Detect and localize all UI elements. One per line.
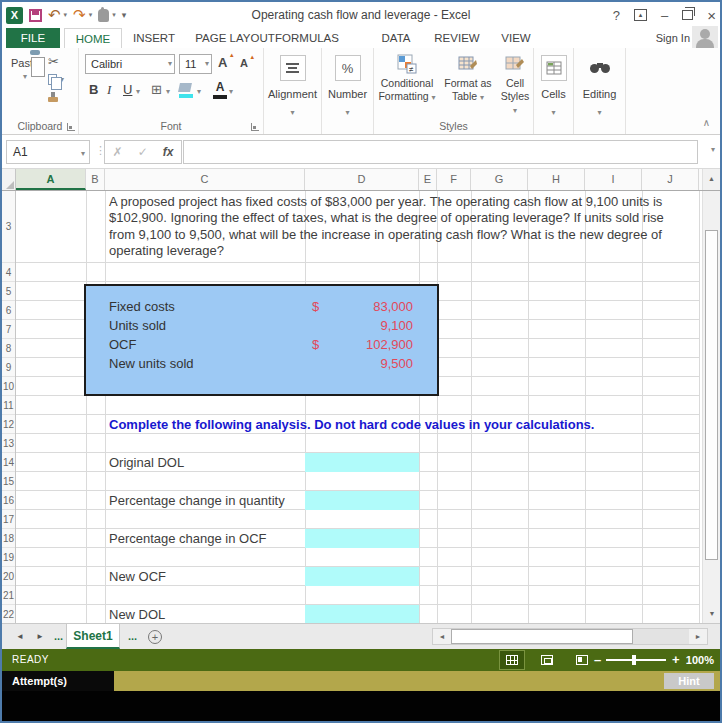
font-color-button[interactable]: A — [213, 81, 227, 99]
row-header[interactable]: 10 — [2, 377, 15, 396]
alignment-chevron-icon[interactable]: ▾ — [290, 108, 294, 117]
cells-chevron-icon[interactable]: ▾ — [551, 108, 555, 117]
row-header[interactable]: 21 — [2, 586, 15, 605]
next-sheet-icon[interactable]: ► — [36, 624, 44, 649]
row-header[interactable]: 5 — [2, 282, 15, 301]
italic-button[interactable]: I — [107, 82, 111, 98]
collapse-ribbon-icon[interactable]: ∧ — [703, 117, 710, 128]
help-button[interactable]: ? — [613, 9, 620, 22]
underline-chevron-icon[interactable]: ▾ — [136, 87, 140, 96]
zoom-slider-handle[interactable] — [632, 655, 636, 665]
normal-view-icon[interactable] — [499, 650, 525, 670]
paste-chevron-icon[interactable]: ▾ — [23, 72, 27, 81]
tab-view[interactable]: VIEW — [496, 28, 536, 48]
formula-input[interactable] — [183, 140, 698, 164]
horizontal-scrollbar[interactable]: ◄ ► — [432, 628, 708, 645]
input-cell-pct-change-ocf[interactable] — [305, 529, 419, 548]
insert-function-icon[interactable]: fx — [163, 145, 174, 159]
horizontal-scrollbar-thumb[interactable] — [451, 629, 633, 644]
tab-formulas[interactable]: FORMULAS — [270, 28, 344, 48]
copy-icon[interactable] — [48, 74, 57, 85]
scroll-up-icon[interactable]: ▲ — [702, 169, 720, 190]
paste-button[interactable]: Paste ▾ — [7, 53, 43, 117]
tab-file[interactable]: FILE — [6, 28, 60, 48]
row-header[interactable]: 13 — [2, 434, 15, 453]
scroll-left-icon[interactable]: ◄ — [433, 629, 451, 644]
cell-styles-button[interactable]: Cell Styles ▾ — [498, 54, 532, 117]
conditional-formatting-chevron-icon[interactable]: ▾ — [432, 93, 436, 102]
prev-sheet-icon[interactable]: ◄ — [16, 624, 24, 649]
input-cell-new-ocf[interactable] — [305, 567, 419, 586]
column-header-d[interactable]: D — [305, 169, 419, 190]
row-header[interactable]: 11 — [2, 396, 15, 415]
tab-home[interactable]: HOME — [64, 28, 122, 48]
row-header[interactable]: 20 — [2, 567, 15, 586]
column-header-f[interactable]: F — [437, 169, 471, 190]
column-header-b[interactable]: B — [86, 169, 105, 190]
font-dialog-launcher-icon[interactable] — [251, 123, 259, 131]
editing-chevron-icon[interactable]: ▾ — [597, 108, 601, 117]
row-header[interactable]: 8 — [2, 339, 15, 358]
input-cell-new-dol[interactable] — [305, 605, 419, 623]
add-sheet-icon[interactable]: + — [148, 630, 162, 644]
scroll-right-icon[interactable]: ► — [689, 629, 707, 644]
vertical-scrollbar[interactable]: ▼ — [702, 191, 720, 623]
restore-button[interactable] — [682, 10, 693, 20]
tab-insert[interactable]: INSERT — [129, 28, 179, 48]
font-name-combo[interactable]: Calibri▾ — [85, 54, 175, 74]
page-break-view-icon[interactable] — [569, 650, 595, 670]
column-header-c[interactable]: C — [105, 169, 305, 190]
row-header[interactable]: 16 — [2, 491, 15, 510]
vertical-scrollbar-thumb[interactable] — [705, 230, 718, 560]
cancel-icon[interactable]: ✗ — [113, 145, 123, 159]
row-header[interactable]: 4 — [2, 263, 15, 282]
scroll-down-icon[interactable]: ▼ — [703, 605, 720, 623]
column-header-g[interactable]: G — [471, 169, 528, 190]
cell-styles-chevron-icon[interactable]: ▾ — [513, 106, 517, 115]
row-header[interactable]: 19 — [2, 548, 15, 567]
select-all-corner[interactable] — [2, 169, 16, 190]
decrease-font-size-button[interactable]: A▴ — [240, 57, 248, 69]
name-box-chevron-icon[interactable]: ▾ — [81, 143, 85, 165]
borders-chevron-icon[interactable]: ▾ — [166, 87, 170, 96]
row-header[interactable]: 22 — [2, 605, 15, 623]
underline-button[interactable]: U — [123, 82, 132, 97]
formula-bar-expand-icon[interactable]: ▾ — [711, 145, 715, 154]
row-header[interactable]: 17 — [2, 510, 15, 529]
zoom-in-button[interactable]: + — [672, 649, 680, 671]
column-header-i[interactable]: I — [585, 169, 642, 190]
fill-color-button[interactable] — [179, 83, 193, 98]
font-size-chevron-icon[interactable]: ▾ — [205, 55, 209, 73]
tab-page-layout[interactable]: PAGE LAYOUT — [192, 28, 278, 48]
alignment-group[interactable]: Alignment ▾ — [264, 48, 322, 134]
format-painter-icon[interactable] — [48, 97, 58, 102]
column-header-h[interactable]: H — [528, 169, 585, 190]
cut-icon[interactable]: ✂ — [48, 54, 59, 69]
row-header[interactable]: 12 — [2, 415, 15, 434]
fill-color-chevron-icon[interactable]: ▾ — [197, 87, 201, 96]
font-size-combo[interactable]: 11▾ — [179, 54, 212, 74]
bold-button[interactable]: B — [89, 82, 98, 97]
column-header-e[interactable]: E — [419, 169, 437, 190]
sheet-ellipsis-right[interactable]: ... — [128, 624, 137, 649]
close-button[interactable]: × — [707, 9, 716, 22]
enter-icon[interactable]: ✓ — [138, 145, 148, 159]
row-header[interactable]: 14 — [2, 453, 15, 472]
sign-in-link[interactable]: Sign In — [656, 28, 690, 48]
increase-font-size-button[interactable]: A▴ — [218, 55, 227, 70]
row-header[interactable]: 7 — [2, 320, 15, 339]
input-cell-original-dol[interactable] — [305, 453, 419, 472]
column-header-j[interactable]: J — [642, 169, 699, 190]
clipboard-dialog-launcher-icon[interactable] — [67, 123, 75, 131]
page-layout-view-icon[interactable] — [534, 650, 560, 670]
sheet-tab-sheet1[interactable]: Sheet1 — [66, 624, 120, 649]
font-color-chevron-icon[interactable]: ▾ — [229, 87, 233, 96]
editing-group[interactable]: Editing ▾ — [574, 48, 626, 134]
tab-data[interactable]: DATA — [375, 28, 417, 48]
zoom-out-button[interactable]: – — [594, 649, 601, 671]
avatar[interactable] — [692, 26, 718, 48]
row-header[interactable]: 15 — [2, 472, 15, 491]
number-group[interactable]: % Number ▾ — [322, 48, 374, 134]
minimize-button[interactable]: – — [661, 9, 668, 22]
row-header[interactable]: 9 — [2, 358, 15, 377]
